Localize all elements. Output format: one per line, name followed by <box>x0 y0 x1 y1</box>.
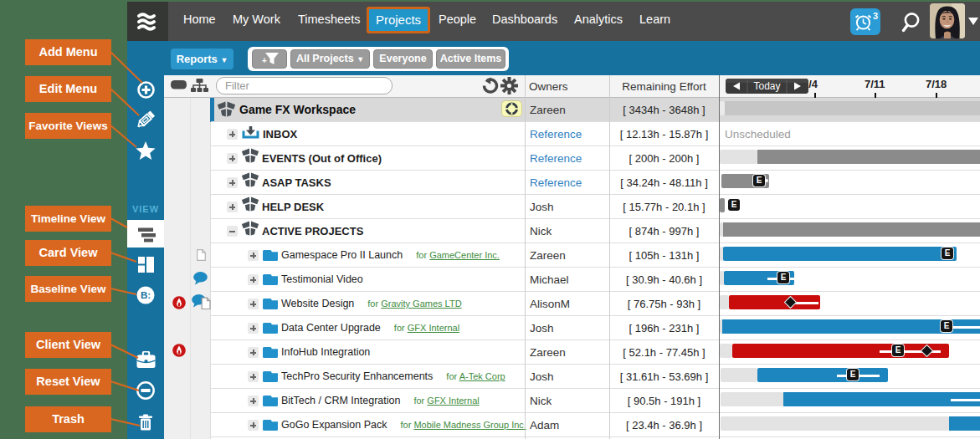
svg-text:B:: B: <box>141 290 151 300</box>
svg-text:+: + <box>262 56 267 65</box>
svg-text:Today: Today <box>753 80 780 92</box>
svg-text:3: 3 <box>873 11 878 21</box>
